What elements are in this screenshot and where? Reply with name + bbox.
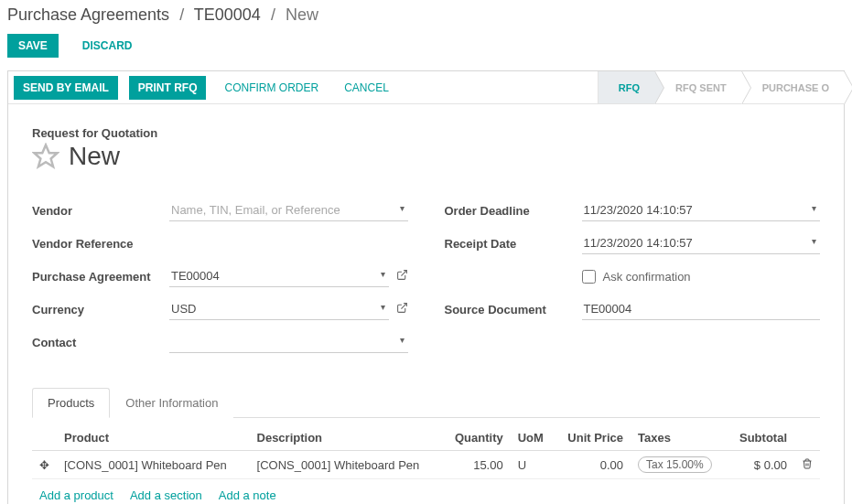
svg-marker-0: [35, 145, 58, 167]
stage-purchase-order[interactable]: PURCHASE O: [741, 71, 844, 103]
cancel-button[interactable]: CANCEL: [337, 78, 396, 98]
ask-confirmation-label: Ask confirmation: [603, 270, 691, 284]
vendor-input[interactable]: [169, 199, 408, 221]
order-deadline-input[interactable]: [582, 199, 821, 221]
tab-products[interactable]: Products: [32, 388, 110, 418]
col-quantity[interactable]: Quantity: [442, 425, 511, 451]
tax-pill[interactable]: Tax 15.00%: [638, 456, 712, 473]
statusbar: SEND BY EMAIL PRINT RFQ CONFIRM ORDER CA…: [8, 71, 844, 104]
stage-rfq-sent[interactable]: RFQ SENT: [654, 71, 741, 103]
currency-input[interactable]: [169, 298, 389, 320]
add-section-link[interactable]: Add a section: [130, 488, 202, 502]
add-note-link[interactable]: Add a note: [219, 488, 276, 502]
col-unit-price[interactable]: Unit Price: [555, 425, 631, 451]
form-actions: SAVE DISCARD: [0, 34, 852, 70]
order-deadline-label: Order Deadline: [445, 204, 582, 218]
form-subtitle: Request for Quotation: [32, 126, 820, 140]
col-description[interactable]: Description: [250, 425, 443, 451]
cell-unit-price[interactable]: 0.00: [555, 451, 631, 479]
breadcrumb-root[interactable]: Purchase Agreements: [7, 5, 169, 24]
source-document-value[interactable]: TE00004: [582, 298, 821, 320]
cell-subtotal: $ 0.00: [727, 451, 794, 479]
print-rfq-button[interactable]: PRINT RFQ: [129, 76, 207, 100]
external-link-icon[interactable]: [396, 269, 408, 284]
stage-rfq[interactable]: RFQ: [598, 71, 654, 103]
priority-star-icon[interactable]: [32, 143, 59, 170]
save-button[interactable]: SAVE: [7, 34, 59, 58]
col-subtotal[interactable]: Subtotal: [727, 425, 794, 451]
currency-label: Currency: [32, 303, 169, 316]
svg-line-1: [401, 271, 406, 276]
ask-confirmation-checkbox[interactable]: [582, 270, 596, 284]
receipt-date-input[interactable]: [582, 232, 821, 254]
delete-row-icon[interactable]: [794, 451, 820, 479]
cell-uom[interactable]: U: [511, 451, 555, 479]
breadcrumb-sep: /: [271, 5, 275, 24]
purchase-agreement-label: Purchase Agreement: [32, 270, 169, 284]
vendor-label: Vendor: [32, 204, 169, 218]
confirm-order-button[interactable]: CONFIRM ORDER: [217, 78, 326, 98]
cell-description[interactable]: [CONS_0001] Whiteboard Pen: [250, 451, 443, 479]
page-title: New: [69, 142, 120, 171]
receipt-date-label: Receipt Date: [445, 237, 582, 251]
add-product-link[interactable]: Add a product: [39, 488, 113, 502]
purchase-agreement-input[interactable]: [169, 265, 389, 287]
contact-label: Contact: [32, 336, 169, 349]
contact-input[interactable]: [169, 331, 408, 353]
col-uom[interactable]: UoM: [511, 425, 555, 451]
external-link-icon[interactable]: [396, 302, 408, 316]
breadcrumb-current: New: [286, 5, 318, 24]
table-row[interactable]: ✥ [CONS_0001] Whiteboard Pen [CONS_0001]…: [32, 451, 820, 479]
sheet: SEND BY EMAIL PRINT RFQ CONFIRM ORDER CA…: [7, 70, 845, 504]
cell-product[interactable]: [CONS_0001] Whiteboard Pen: [57, 451, 250, 479]
cell-quantity[interactable]: 15.00: [442, 451, 511, 479]
tab-bar: Products Other Information: [32, 387, 820, 418]
col-product[interactable]: Product: [57, 425, 250, 451]
drag-handle-icon[interactable]: ✥: [32, 451, 57, 479]
order-lines-table: Product Description Quantity UoM Unit Pr…: [32, 425, 820, 479]
discard-button[interactable]: DISCARD: [71, 34, 144, 58]
svg-line-2: [401, 304, 406, 309]
vendor-reference-label: Vendor Reference: [32, 237, 169, 251]
cell-taxes[interactable]: Tax 15.00%: [631, 451, 727, 479]
breadcrumb-sep: /: [179, 5, 184, 24]
breadcrumb-ref[interactable]: TE00004: [194, 5, 261, 24]
breadcrumb: Purchase Agreements / TE00004 / New: [0, 0, 852, 34]
source-document-label: Source Document: [445, 303, 582, 316]
send-by-email-button[interactable]: SEND BY EMAIL: [14, 76, 118, 100]
col-taxes[interactable]: Taxes: [631, 425, 727, 451]
tab-other-information[interactable]: Other Information: [110, 388, 233, 418]
